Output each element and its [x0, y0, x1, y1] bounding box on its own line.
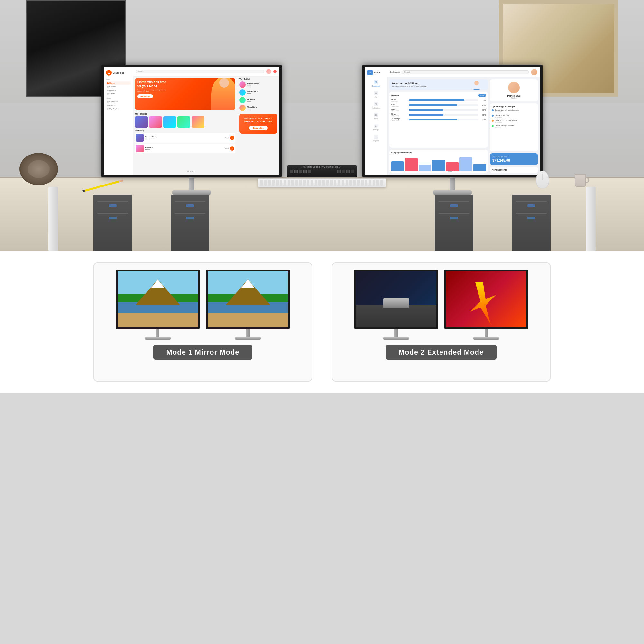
- sc-hero-sub: You can get premium you will get lovely …: [137, 89, 170, 93]
- trending-item-1[interactable]: Steven Pilot ●● ●●● 4:45 ▶: [135, 133, 235, 143]
- challenge-4: Create a simple website 02/02/2020: [492, 125, 536, 128]
- sc-nav-home[interactable]: Home: [106, 81, 131, 85]
- study-nav-tools[interactable]: ⚙ Tools: [366, 111, 386, 121]
- trending-play-2[interactable]: ▶: [230, 146, 234, 151]
- trending-thumb-1: [136, 134, 144, 142]
- mode1-right-base: [235, 337, 261, 340]
- playlist-thumb-3[interactable]: [163, 116, 176, 128]
- sc-library-label: Library: [106, 97, 131, 99]
- sc-playlist-title: My Playlist: [135, 113, 235, 115]
- sc-nav-favourites[interactable]: Favourites: [106, 100, 131, 103]
- bar-7: [473, 164, 486, 171]
- study-nav-art[interactable]: ◈ Art: [366, 89, 386, 99]
- result-js: Javascript 14 Nov 2019 70%: [391, 118, 486, 121]
- storage-center-left: [171, 195, 209, 251]
- study-logo-text: Study: [374, 71, 380, 74]
- study-welcome-figure: [469, 79, 485, 90]
- mode2-right-screen: [444, 270, 528, 329]
- desk-leg-left: [48, 187, 58, 251]
- playlist-thumb-1[interactable]: [135, 116, 148, 128]
- desk-section: ☁ Souncloud Menu Home Genres: [0, 103, 644, 251]
- sc-subscribe-button[interactable]: Subscribe: [249, 126, 268, 130]
- sc-nav-myplaylist[interactable]: My Playlist: [106, 107, 131, 110]
- study-right-panel: Patrick Cruz Student Upcoming Challenges: [490, 79, 538, 173]
- kvm-btn-4[interactable]: [303, 170, 307, 173]
- mode1-monitors: [116, 270, 290, 340]
- study-main: Dashboard Search Welcome back! Diana You: [387, 67, 540, 175]
- sc-hero-person: [211, 78, 235, 110]
- study-nav-logout[interactable]: → Log out: [366, 133, 386, 143]
- mode2-monitors: [354, 270, 528, 340]
- mode1-right-screen: [206, 270, 290, 329]
- artist-2[interactable]: Megan band ●●●●: [239, 89, 277, 96]
- bar-1: [391, 161, 404, 171]
- keyboard[interactable]: [258, 178, 386, 187]
- sc-header: Search: [133, 67, 279, 76]
- sc-nav-genres[interactable]: Genres: [106, 85, 131, 88]
- study-nav-applications[interactable]: ◻ Applications: [366, 100, 386, 110]
- playlist-thumb-4[interactable]: [177, 116, 190, 128]
- kvm-port-3: [346, 170, 350, 173]
- sc-close-btn[interactable]: [273, 70, 277, 73]
- bar-3: [419, 165, 431, 171]
- mode2-left-monitor: [354, 270, 438, 340]
- study-topbar: Dashboard Search: [387, 67, 540, 77]
- study-sidebar: S Study ⊞ Dashboard ◈ Art: [365, 67, 387, 175]
- sc-sidebar: ☁ Souncloud Menu Home Genres: [104, 67, 133, 175]
- left-monitor-brand: DELL: [187, 170, 196, 173]
- study-balance-label: ACCOUNT BALANCE: [492, 156, 535, 158]
- sc-logo-icon: ☁: [106, 70, 112, 76]
- trending-item-2[interactable]: Als Band ●● ●●● 3:05 ▶: [135, 144, 235, 153]
- mode1-label: Mode 1 Mirror Mode: [153, 345, 252, 360]
- storage-left: [93, 195, 132, 251]
- study-more-btn[interactable]: More: [478, 94, 486, 97]
- mode2-right-base: [473, 337, 499, 340]
- artists-dot: [107, 93, 109, 95]
- result-css: CSS 14 Nov 2019 70%: [391, 103, 486, 107]
- sc-search-input[interactable]: Search: [136, 70, 264, 73]
- study-nav-ratings[interactable]: ★ Ratings: [366, 122, 386, 132]
- mountain-scene-1: [118, 271, 198, 327]
- kvm-port-4: [351, 170, 354, 173]
- mode2-left-neck: [394, 329, 398, 337]
- bar-4: [432, 160, 445, 171]
- mode1-left-neck: [156, 329, 159, 337]
- left-monitor-wrapper: ☁ Souncloud Menu Home Genres: [101, 65, 282, 195]
- trending-play-1[interactable]: ▶: [230, 136, 234, 140]
- playlist-thumb-5[interactable]: [192, 116, 204, 128]
- artist-4[interactable]: Mega Band ●●●●: [239, 105, 277, 111]
- playlist-thumb-2[interactable]: [149, 116, 162, 128]
- soundcloud-app: ☁ Souncloud Menu Home Genres: [104, 67, 279, 175]
- right-monitor-screen: S Study ⊞ Dashboard ◈ Art: [362, 65, 543, 177]
- kvm-btn-3[interactable]: [299, 170, 302, 173]
- sc-main: Search Listen Music all time for your Mo…: [133, 67, 279, 175]
- mug: [575, 174, 586, 187]
- mode1-left-monitor: [116, 270, 200, 340]
- sc-listen-btn[interactable]: Listen Now: [137, 94, 153, 98]
- sc-hero-banner: Listen Music all time for your Mood You …: [135, 78, 235, 110]
- study-search[interactable]: Search: [402, 70, 529, 74]
- bar-5: [446, 162, 459, 171]
- sc-nav-albums[interactable]: Albums: [106, 89, 131, 92]
- artist-3[interactable]: LP Band ●●●●: [239, 97, 277, 103]
- sc-artist-list: Arina Grande ●●●● Megan band: [239, 81, 277, 111]
- mouse[interactable]: [536, 171, 549, 188]
- car-scene: [356, 271, 436, 327]
- kvm-btn-5[interactable]: [308, 170, 311, 173]
- artist-1[interactable]: Arina Grande ●●●●: [239, 81, 277, 88]
- study-content: Welcome back! Diana You have completed 6…: [387, 77, 540, 175]
- sc-nav-popular[interactable]: Popular: [106, 104, 131, 107]
- mountain-scene-2: [208, 271, 288, 327]
- study-balance-amount: $78,245.00: [492, 158, 535, 162]
- result-java: Java 14 May 2020 50%: [391, 108, 486, 112]
- hero-scene: [446, 271, 526, 327]
- study-user-role: Student: [492, 97, 535, 99]
- sc-trending-list: Steven Pilot ●● ●●● 4:45 ▶: [135, 133, 235, 153]
- study-user-name: Patrick Cruz: [492, 95, 535, 97]
- study-welcome-card: Welcome back! Diana You have completed 6…: [389, 79, 488, 90]
- bottom-section: Mode 1 Mirror Mode: [0, 251, 644, 393]
- sc-nav-artists[interactable]: Artists: [106, 92, 131, 95]
- kvm-btn-1[interactable]: [290, 170, 293, 173]
- kvm-btn-2[interactable]: [294, 170, 298, 173]
- study-nav-dashboard[interactable]: ⊞ Dashboard: [366, 78, 386, 89]
